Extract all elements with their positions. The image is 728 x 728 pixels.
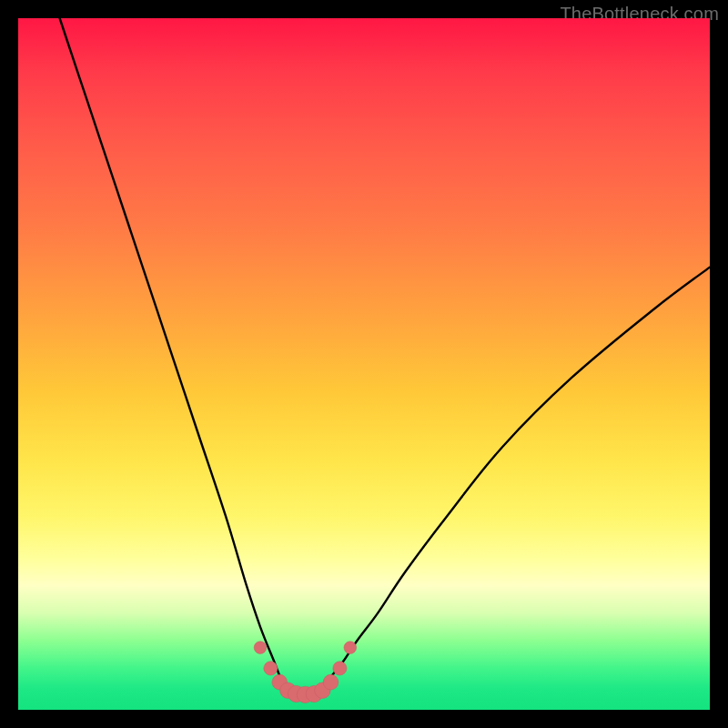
gradient-plot-area bbox=[18, 18, 710, 710]
trough-marker bbox=[333, 662, 347, 675]
trough-marker bbox=[323, 674, 339, 690]
chart-stage: TheBottleneck.com bbox=[0, 0, 728, 728]
trough-marker bbox=[254, 642, 267, 654]
trough-marker bbox=[264, 662, 278, 675]
curve-layer bbox=[18, 18, 710, 710]
bottleneck-curve bbox=[60, 18, 710, 693]
trough-marker bbox=[344, 642, 357, 654]
